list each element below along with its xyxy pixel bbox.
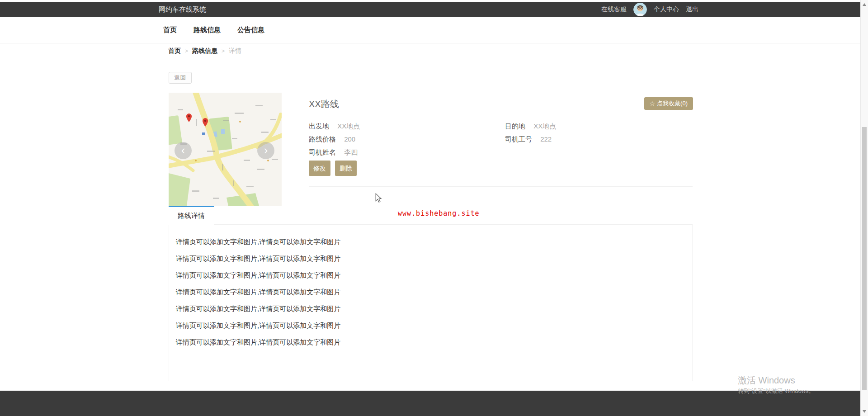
- detail-line: 详情页可以添加文字和图片,详情页可以添加文字和图片: [176, 236, 692, 253]
- scroll-down-icon[interactable]: [863, 410, 866, 413]
- nav-item-routes[interactable]: 路线信息: [193, 26, 221, 34]
- page-footer: [0, 391, 860, 416]
- detail-line: 详情页可以添加文字和图片,详情页可以添加文字和图片: [176, 287, 692, 303]
- breadcrumb-separator: >: [185, 48, 188, 54]
- field-driver-id: 司机工号 222: [505, 132, 556, 146]
- tab-bar: 路线详情 www.bishebang.site: [169, 206, 693, 225]
- breadcrumb-routes[interactable]: 路线信息: [192, 47, 217, 55]
- nav-item-home[interactable]: 首页: [163, 26, 177, 34]
- back-button[interactable]: 返回: [169, 72, 192, 84]
- route-map-carousel: ‹ ›: [169, 93, 282, 206]
- detail-line: 详情页可以添加文字和图片,详情页可以添加文字和图片: [176, 253, 692, 270]
- breadcrumb-home[interactable]: 首页: [168, 47, 181, 55]
- star-icon: ☆: [650, 97, 656, 110]
- detail-line: 详情页可以添加文字和图片,详情页可以添加文字和图片: [176, 303, 692, 320]
- field-destination: 目的地 XX地点: [505, 119, 556, 132]
- delete-button[interactable]: 删除: [335, 161, 357, 176]
- app-title: 网约车在线系统: [159, 2, 206, 17]
- site-watermark: www.bishebang.site: [398, 209, 480, 217]
- scroll-up-icon[interactable]: [863, 3, 866, 6]
- route-title: XX路线: [309, 98, 339, 110]
- favorite-button[interactable]: ☆ 点我收藏(0): [644, 97, 693, 110]
- favorite-label: 点我收藏(0): [657, 97, 688, 110]
- windows-activation-title: 激活 Windows: [738, 374, 795, 387]
- page: 网约车在线系统 在线客服 个人中心 退出: [0, 0, 868, 416]
- breadcrumb: 首页 > 路线信息 > 详情: [168, 47, 241, 55]
- top-navbar: 网约车在线系统 在线客服 个人中心 退出: [0, 2, 860, 17]
- carousel-next-button[interactable]: ›: [257, 142, 274, 159]
- route-fields-left: 出发地 XX地点 路线价格 200 司机姓名 李四: [309, 119, 360, 159]
- online-service-link[interactable]: 在线客服: [601, 5, 627, 14]
- detail-line: 详情页可以添加文字和图片,详情页可以添加文字和图片: [176, 337, 692, 354]
- field-driver-name: 司机姓名 李四: [309, 146, 360, 159]
- navbar-right-group: 在线客服 个人中心 退出: [601, 2, 698, 17]
- breadcrumb-current: 详情: [229, 47, 241, 55]
- modify-button[interactable]: 修改: [309, 161, 330, 176]
- carousel-prev-button[interactable]: ‹: [175, 142, 192, 159]
- mouse-cursor: [374, 193, 382, 205]
- breadcrumb-separator: >: [222, 48, 225, 54]
- main-nav: 首页 路线信息 公告信息: [0, 17, 860, 43]
- scrollbar-thumb[interactable]: [862, 127, 867, 390]
- windows-activation-subtitle: 转到"设置"以激活 Windows。: [738, 387, 815, 395]
- profile-center-link[interactable]: 个人中心: [654, 5, 679, 14]
- user-avatar[interactable]: [633, 3, 647, 16]
- tab-route-detail[interactable]: 路线详情: [169, 206, 214, 225]
- logout-link[interactable]: 退出: [686, 5, 698, 14]
- avatar-image: [633, 3, 647, 16]
- title-divider: [309, 116, 693, 116]
- chevron-left-icon: ‹: [181, 143, 185, 157]
- actions-divider: [309, 186, 693, 187]
- detail-line: 详情页可以添加文字和图片,详情页可以添加文字和图片: [176, 270, 692, 287]
- field-price: 路线价格 200: [309, 132, 360, 146]
- route-fields-right: 目的地 XX地点 司机工号 222: [505, 119, 556, 146]
- vertical-scrollbar[interactable]: [860, 0, 868, 416]
- route-detail-panel: 详情页可以添加文字和图片,详情页可以添加文字和图片 详情页可以添加文字和图片,详…: [169, 225, 693, 381]
- field-departure: 出发地 XX地点: [309, 119, 360, 132]
- detail-line: 详情页可以添加文字和图片,详情页可以添加文字和图片: [176, 320, 692, 337]
- chevron-right-icon: ›: [264, 143, 268, 157]
- nav-item-announcements[interactable]: 公告信息: [237, 26, 264, 34]
